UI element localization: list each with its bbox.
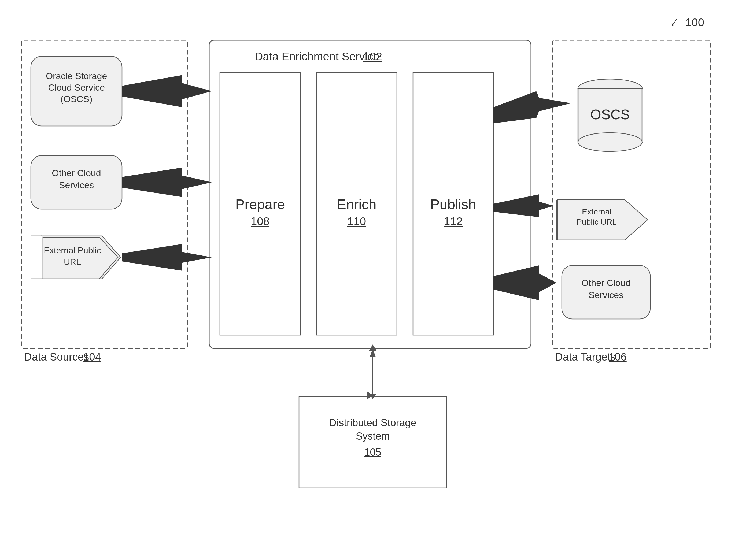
other-cloud-right-label-1: Other Cloud xyxy=(581,278,630,288)
data-sources-label: Data Sources xyxy=(24,351,89,363)
oracle-storage-label-2: Cloud Service xyxy=(48,82,105,92)
enrich-label: Enrich xyxy=(337,196,376,212)
arrow-publish-to-oscs xyxy=(494,91,571,123)
oscs-label: OSCS xyxy=(590,107,630,122)
oscs-cylinder-bottom xyxy=(578,133,642,151)
arrow-publish-to-othercloud xyxy=(494,265,557,300)
other-cloud-right-label-2: Services xyxy=(589,290,624,300)
enrichment-label: Data Enrichment Service xyxy=(255,50,380,63)
svg-marker-21 xyxy=(369,344,377,351)
distributed-storage-label-1: Distributed Storage xyxy=(329,417,416,428)
publish-label: Publish xyxy=(431,196,476,212)
other-cloud-left-label-1: Other Cloud xyxy=(52,168,101,178)
arrow-other-cloud-to-prepare xyxy=(122,168,212,197)
data-targets-label: Data Targets xyxy=(555,351,616,363)
ext-url-right-label-1: External xyxy=(582,207,611,216)
arrow-oracle-to-prepare xyxy=(122,75,212,107)
oracle-storage-label-3: (OSCS) xyxy=(61,94,92,104)
data-sources-ref: 104 xyxy=(83,351,101,363)
enrich-ref: 110 xyxy=(347,215,366,228)
publish-ref: 112 xyxy=(444,215,463,228)
other-cloud-left-label-2: Services xyxy=(59,180,94,190)
ext-url-left-label-2: URL xyxy=(64,257,81,267)
arrow-publish-to-exturi xyxy=(494,194,554,217)
arrow-ext-url-to-prepare xyxy=(122,244,212,271)
oracle-storage-label-1: Oracle Storage xyxy=(46,71,107,81)
distributed-storage-ref: 105 xyxy=(364,447,381,458)
distributed-storage-box xyxy=(299,397,447,488)
ext-url-left-notch xyxy=(31,236,42,279)
ext-url-left-label-1: External Public xyxy=(44,246,101,255)
prepare-label: Prepare xyxy=(235,196,285,212)
enrichment-ref: 102 xyxy=(363,50,382,63)
ext-url-right-label-2: Public URL xyxy=(577,217,617,226)
distributed-storage-label-2: System xyxy=(356,431,390,442)
prepare-ref: 108 xyxy=(251,215,269,228)
data-targets-ref: 106 xyxy=(609,351,627,363)
